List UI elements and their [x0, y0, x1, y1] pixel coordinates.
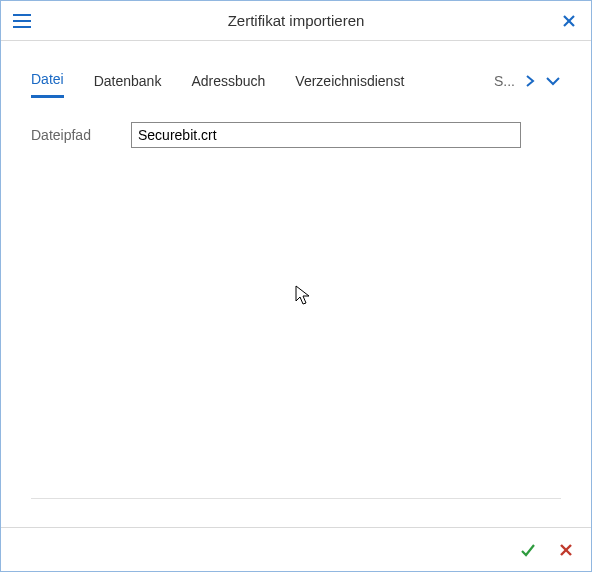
cancel-button[interactable] [555, 539, 577, 561]
close-icon [562, 14, 576, 28]
tab-scroll-right[interactable] [525, 74, 535, 96]
spacer [1, 499, 591, 527]
filepath-input[interactable] [131, 122, 521, 148]
check-icon [519, 541, 537, 559]
chevron-right-icon [525, 74, 535, 88]
dialog-title: Zertifikat importieren [1, 12, 591, 29]
footer [1, 527, 591, 571]
tab-verzeichnisdienst[interactable]: Verzeichnisdienst [295, 73, 404, 97]
tab-overflow-indicator: S... [494, 73, 515, 97]
titlebar: Zertifikat importieren [1, 1, 591, 41]
tab-datenbank[interactable]: Datenbank [94, 73, 162, 97]
chevron-down-icon [545, 76, 561, 86]
tab-datei[interactable]: Datei [31, 71, 64, 98]
tab-adressbuch[interactable]: Adressbuch [191, 73, 265, 97]
content-area: Datei Datenbank Adressbuch Verzeichnisdi… [1, 41, 591, 498]
tab-overflow-controls: S... [494, 73, 561, 97]
confirm-button[interactable] [517, 539, 539, 561]
menu-icon[interactable] [13, 11, 33, 31]
dialog-window: Zertifikat importieren Datei Datenbank A… [0, 0, 592, 572]
filepath-label: Dateipfad [31, 127, 131, 143]
tab-bar: Datei Datenbank Adressbuch Verzeichnisdi… [31, 71, 561, 98]
tab-dropdown[interactable] [545, 76, 561, 94]
x-icon [558, 542, 574, 558]
close-button[interactable] [559, 11, 579, 31]
filepath-row: Dateipfad [31, 122, 561, 148]
